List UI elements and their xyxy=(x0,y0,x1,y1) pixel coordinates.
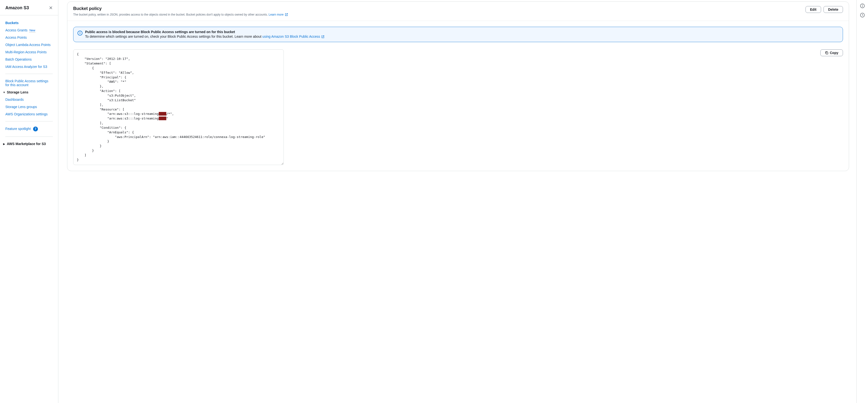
feature-count-badge: 7 xyxy=(33,126,38,132)
nav-buckets[interactable]: Buckets xyxy=(3,19,55,27)
nav-dashboards[interactable]: Dashboards xyxy=(3,96,55,103)
nav-section-storage-lens[interactable]: ▼ Storage Lens xyxy=(3,89,55,96)
nav-block-public-access[interactable]: Block Public Access settings for this ac… xyxy=(3,77,55,89)
sidebar-nav: Buckets Access Grants New Access Points … xyxy=(0,15,58,151)
new-badge: New xyxy=(29,29,35,33)
nav-object-lambda[interactable]: Object Lambda Access Points xyxy=(3,41,55,49)
storage-lens-subnav: Dashboards Storage Lens groups AWS Organ… xyxy=(3,96,55,118)
policy-json-viewer[interactable]: { "Version": "2012-10-17", "Statement": … xyxy=(73,49,284,165)
nav-aws-orgs-settings[interactable]: AWS Organizations settings xyxy=(3,111,55,118)
panel-description: The bucket policy, written in JSON, prov… xyxy=(73,13,806,17)
info-alert: Public access is blocked because Block P… xyxy=(73,27,843,42)
nav-storage-lens-groups[interactable]: Storage Lens groups xyxy=(3,103,55,111)
block-public-access-link[interactable]: using Amazon S3 Block Public Access xyxy=(262,34,324,38)
nav-access-grants[interactable]: Access Grants New xyxy=(3,27,55,34)
nav-section-label: AWS Marketplace for S3 xyxy=(7,142,46,146)
panel-body: Public access is blocked because Block P… xyxy=(67,21,849,171)
alert-title: Public access is blocked because Block P… xyxy=(85,30,324,34)
sidebar: Amazon S3 Buckets Access Grants New Acce… xyxy=(0,0,58,403)
info-panel-icon[interactable] xyxy=(860,3,865,8)
svg-rect-3 xyxy=(826,52,828,54)
panel-actions: Edit Delete xyxy=(806,6,843,13)
copy-button[interactable]: Copy xyxy=(820,49,843,56)
nav-label: Access Grants xyxy=(5,28,28,32)
nav-section-marketplace[interactable]: ▶ AWS Marketplace for S3 xyxy=(3,140,55,147)
main-content: Bucket policy The bucket policy, written… xyxy=(58,0,856,403)
alert-body: To determine which settings are turned o… xyxy=(85,34,324,39)
close-icon xyxy=(49,6,53,10)
sidebar-header: Amazon S3 xyxy=(0,0,58,15)
collapse-sidebar-button[interactable] xyxy=(48,4,54,11)
caret-down-icon: ▼ xyxy=(3,91,5,94)
policy-row: { "Version": "2012-10-17", "Statement": … xyxy=(73,49,843,165)
nav-divider xyxy=(5,137,53,137)
edit-button[interactable]: Edit xyxy=(806,6,821,13)
nav-section-label: Storage Lens xyxy=(7,90,28,94)
learn-more-link[interactable]: Learn more xyxy=(269,13,288,16)
nav-divider xyxy=(5,121,53,121)
delete-button[interactable]: Delete xyxy=(824,6,843,13)
nav-label: Feature spotlight xyxy=(5,127,31,131)
copy-icon xyxy=(825,51,828,55)
redacted-text: XXXX xyxy=(159,112,166,116)
nav-iam-analyzer[interactable]: IAM Access Analyzer for S3 xyxy=(3,63,55,70)
info-icon xyxy=(77,30,83,36)
external-link-icon xyxy=(285,13,288,16)
panel-title: Bucket policy xyxy=(73,6,806,11)
nav-access-points[interactable]: Access Points xyxy=(3,34,55,41)
nav-batch-ops[interactable]: Batch Operations xyxy=(3,56,55,63)
right-rail xyxy=(856,0,868,403)
caret-right-icon: ▶ xyxy=(3,143,5,145)
panel-header: Bucket policy The bucket policy, written… xyxy=(67,2,849,17)
clock-icon[interactable] xyxy=(860,13,865,18)
service-title: Amazon S3 xyxy=(5,5,29,10)
nav-feature-spotlight[interactable]: Feature spotlight 7 xyxy=(3,125,55,133)
nav-multi-region[interactable]: Multi-Region Access Points xyxy=(3,49,55,56)
redacted-text: XXXX xyxy=(159,117,166,120)
bucket-policy-panel: Bucket policy The bucket policy, written… xyxy=(67,1,849,171)
external-link-icon xyxy=(321,35,324,38)
